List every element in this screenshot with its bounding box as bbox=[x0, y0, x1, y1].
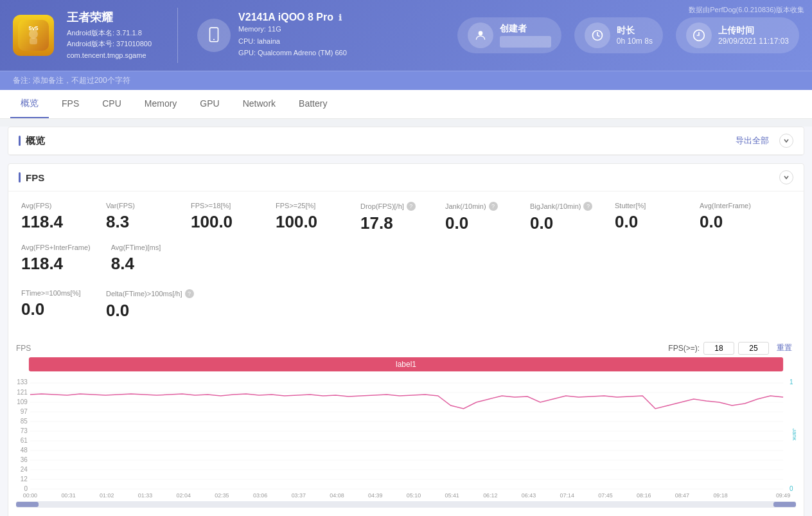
svg-rect-3 bbox=[30, 38, 37, 44]
svg-text:97: 97 bbox=[21, 408, 28, 415]
svg-text:1: 1 bbox=[790, 378, 793, 386]
stat-ftime: Avg(FTime)[ms] 8.4 bbox=[111, 244, 175, 274]
duration-item: 时长 0h 10m 8s bbox=[574, 17, 663, 53]
svg-text:04:08: 04:08 bbox=[330, 492, 344, 499]
device-memory: Memory: 11G bbox=[238, 23, 347, 35]
export-button[interactable]: 导出全部 bbox=[736, 135, 769, 147]
svg-text:04:39: 04:39 bbox=[368, 492, 382, 499]
svg-text:00:31: 00:31 bbox=[61, 492, 75, 499]
svg-text:24: 24 bbox=[21, 466, 28, 473]
svg-text:133: 133 bbox=[17, 378, 28, 386]
svg-text:36: 36 bbox=[21, 456, 28, 463]
help-icon-jank[interactable]: ? bbox=[489, 202, 498, 211]
creator-label: 创建者 bbox=[500, 23, 551, 35]
tab-gpu[interactable]: GPU bbox=[190, 91, 229, 118]
overview-section: 概览 导出全部 bbox=[8, 127, 804, 156]
device-gpu: GPU: Qualcomm Adreno (TM) 660 bbox=[238, 47, 347, 59]
nav-tabs: 概览 FPS CPU Memory GPU Network Battery bbox=[0, 90, 812, 119]
device-model: V2141A iQOO 8 Pro ℹ bbox=[238, 12, 347, 23]
svg-text:01:02: 01:02 bbox=[100, 492, 114, 499]
svg-text:0: 0 bbox=[24, 485, 28, 492]
upload-item: 上传时间 29/09/2021 11:17:03 bbox=[676, 17, 799, 53]
help-icon-drop[interactable]: ? bbox=[407, 202, 416, 211]
fps-header: FPS bbox=[8, 164, 804, 191]
scrollbar-thumb-right[interactable] bbox=[773, 502, 796, 507]
device-cpu: CPU: lahaina bbox=[238, 35, 347, 48]
android-build: Android版本号: 371010800 bbox=[67, 39, 152, 50]
svg-point-5 bbox=[213, 39, 215, 40]
creator-text: 创建者 bbox=[500, 23, 551, 48]
collapse-button[interactable] bbox=[779, 134, 793, 148]
svg-text:0: 0 bbox=[790, 485, 793, 492]
tab-memory[interactable]: Memory bbox=[134, 91, 188, 118]
help-icon-delta[interactable]: ? bbox=[185, 289, 194, 298]
svg-point-6 bbox=[479, 31, 483, 35]
chart-scrollbar[interactable] bbox=[16, 501, 796, 508]
fps-collapse-button[interactable] bbox=[779, 170, 793, 184]
svg-text:00:00: 00:00 bbox=[23, 492, 37, 499]
svg-text:label1: label1 bbox=[396, 360, 416, 369]
upload-text: 上传时间 29/09/2021 11:17:03 bbox=[718, 25, 789, 46]
svg-text:02:35: 02:35 bbox=[215, 492, 229, 499]
tab-cpu[interactable]: CPU bbox=[92, 91, 132, 118]
svg-text:09:18: 09:18 bbox=[713, 492, 727, 499]
stat-delta-ftime: Delta(FTime)>100ms[/h] ? 0.0 bbox=[106, 289, 194, 321]
stat-avg-fps: Avg(FPS) 118.4 bbox=[21, 202, 85, 233]
note-placeholder: 备注: 添加备注，不超过200个字符 bbox=[13, 76, 130, 85]
device-icon bbox=[197, 19, 231, 52]
tab-fps[interactable]: FPS bbox=[51, 91, 89, 118]
fps-stats-grid-2: FTime>=100ms[%] 0.0 Delta(FTime)>100ms[/… bbox=[8, 289, 804, 336]
android-version: Android版本名: 3.71.1.8 bbox=[67, 28, 152, 39]
svg-text:121: 121 bbox=[17, 389, 28, 396]
svg-point-2 bbox=[29, 30, 38, 39]
overview-header: 概览 导出全部 bbox=[8, 127, 804, 155]
stat-jank: Jank(/10min) ? 0.0 bbox=[445, 202, 509, 233]
svg-text:05:41: 05:41 bbox=[445, 492, 459, 499]
svg-text:109: 109 bbox=[17, 398, 28, 405]
upload-value: 29/09/2021 11:17:03 bbox=[718, 37, 789, 46]
help-icon-bigjank[interactable]: ? bbox=[583, 202, 592, 211]
fps-threshold-25-input[interactable] bbox=[738, 342, 769, 355]
app-info: 王者荣耀 Android版本名: 3.71.1.8 Android版本号: 37… bbox=[67, 10, 152, 62]
note-bar[interactable]: 备注: 添加备注，不超过200个字符 bbox=[0, 71, 812, 90]
tab-network[interactable]: Network bbox=[233, 91, 286, 118]
stat-stutter: Stutter[%] 0.0 bbox=[615, 202, 679, 233]
fps-title: FPS bbox=[19, 172, 44, 183]
stat-ftime100: FTime>=100ms[%] 0.0 bbox=[21, 289, 85, 321]
svg-text:03:37: 03:37 bbox=[292, 492, 306, 499]
stat-var-fps: Var(FPS) 8.3 bbox=[106, 202, 170, 233]
svg-text:61: 61 bbox=[21, 437, 28, 444]
meta-items: 创建者 时长 0h 10m 8s bbox=[457, 17, 799, 53]
svg-text:02:04: 02:04 bbox=[177, 492, 191, 499]
svg-text:06:12: 06:12 bbox=[483, 492, 497, 499]
fps-chart: label1 133 121 109 97 85 73 61 48 36 24 … bbox=[16, 357, 796, 499]
scrollbar-thumb[interactable] bbox=[16, 502, 39, 507]
fps-threshold-label: FPS(>=): bbox=[668, 344, 700, 353]
svg-text:07:45: 07:45 bbox=[598, 492, 612, 499]
upload-label: 上传时间 bbox=[718, 25, 789, 37]
duration-icon bbox=[585, 22, 610, 48]
duration-text: 时长 0h 10m 8s bbox=[617, 25, 653, 46]
tab-overview[interactable]: 概览 bbox=[10, 90, 49, 118]
svg-text:03:06: 03:06 bbox=[253, 492, 267, 499]
duration-label: 时长 bbox=[617, 25, 653, 37]
version-badge: 数据由PerfDog(6.0.210836)版本收集 bbox=[689, 5, 804, 15]
device-section: V2141A iQOO 8 Pro ℹ Memory: 11G CPU: lah… bbox=[197, 12, 445, 59]
header-divider bbox=[177, 8, 178, 63]
duration-value: 0h 10m 8s bbox=[617, 37, 653, 46]
fps-reset-button[interactable]: 重置 bbox=[773, 341, 796, 355]
svg-text:08:47: 08:47 bbox=[675, 492, 689, 499]
overview-title: 概览 bbox=[19, 135, 45, 147]
upload-icon bbox=[686, 22, 712, 48]
svg-text:01:33: 01:33 bbox=[138, 492, 152, 499]
tab-battery[interactable]: Battery bbox=[288, 91, 337, 118]
stat-fps18: FPS>=18[%] 100.0 bbox=[191, 202, 255, 233]
fps-threshold-18-input[interactable] bbox=[703, 342, 734, 355]
stat-fps25: FPS>=25[%] 100.0 bbox=[276, 202, 340, 233]
svg-text:05:10: 05:10 bbox=[407, 492, 421, 499]
fps-chart-header: FPS FPS(>=): 重置 bbox=[16, 341, 796, 355]
svg-text:85: 85 bbox=[21, 418, 28, 425]
stat-drop-fps: Drop(FPS)[/h] ? 17.8 bbox=[360, 202, 425, 233]
stat-fps-interframe: Avg(FPS+InterFrame) 118.4 bbox=[21, 244, 91, 274]
svg-text:07:14: 07:14 bbox=[560, 492, 574, 499]
